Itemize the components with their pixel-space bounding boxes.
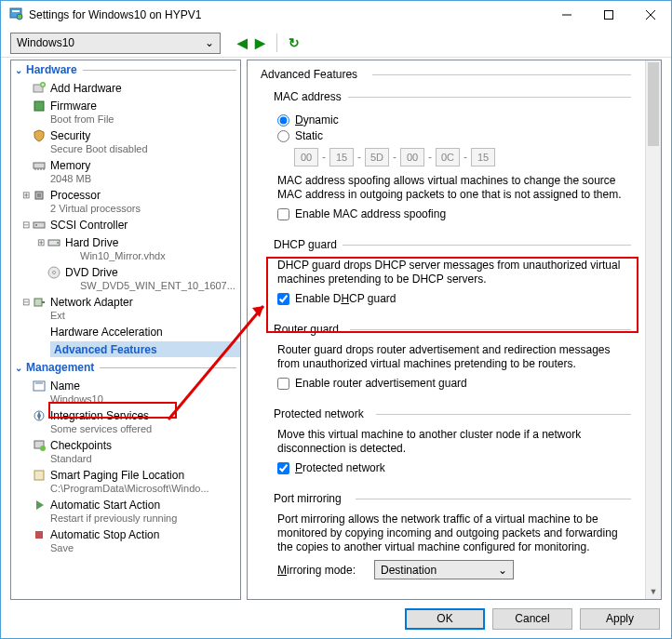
tree-hardware-acceleration[interactable]: Hardware Acceleration <box>11 323 240 340</box>
svg-rect-4 <box>604 11 612 20</box>
svg-rect-18 <box>37 193 41 197</box>
vm-select-value: Windows10 <box>17 36 74 49</box>
tree-scsi-controller[interactable]: ⊟SCSI Controller <box>11 216 240 233</box>
scsi-icon <box>32 218 47 233</box>
dialog-footer: OK Cancel Apply <box>1 602 671 635</box>
hard-drive-icon <box>47 235 61 250</box>
tree-add-hardware[interactable]: Add Hardware <box>11 79 240 97</box>
tree-security[interactable]: Security Secure Boot disabled <box>11 126 240 156</box>
scroll-down-icon[interactable]: ▼ <box>646 583 661 599</box>
network-adapter-icon <box>32 295 47 310</box>
separator <box>276 33 277 52</box>
checkbox-dhcp-guard[interactable]: Enable DHCP guard <box>277 292 631 305</box>
vm-select[interactable]: Windows10 ⌄ <box>10 33 221 54</box>
mac-desc: MAC address spoofing allows virtual mach… <box>277 174 631 202</box>
tree-network-adapter[interactable]: ⊟Network Adapter Ext <box>11 293 240 323</box>
tree-name[interactable]: Name Windows10 <box>11 377 240 406</box>
toolbar: Windows10 ⌄ ◀ ▶ ↻ <box>1 29 671 57</box>
checkbox-router-guard[interactable]: Enable router advertisement guard <box>277 377 631 390</box>
ok-button[interactable]: OK <box>405 608 485 630</box>
tree-checkpoints[interactable]: Checkpoints Standard <box>11 436 240 466</box>
mac-cell[interactable]: 5D <box>365 148 389 166</box>
mac-cell[interactable]: 15 <box>471 148 495 166</box>
group-mac-title: MAC address <box>274 90 631 103</box>
firmware-icon <box>32 99 47 113</box>
chevron-down-icon: ⌄ <box>205 36 214 49</box>
tree-auto-stop[interactable]: Automatic Stop Action Save <box>11 526 240 555</box>
dhcp-desc: DHCP guard drops DHCP server messages fr… <box>277 259 631 286</box>
svg-rect-25 <box>34 299 42 306</box>
mac-cell[interactable]: 00 <box>400 148 424 166</box>
add-hardware-icon <box>32 81 47 96</box>
svg-rect-26 <box>42 301 45 303</box>
group-mirror-title: Port mirroring <box>274 492 631 505</box>
svg-rect-1 <box>12 10 20 12</box>
svg-marker-33 <box>36 500 44 510</box>
refresh-button[interactable]: ↻ <box>289 35 300 50</box>
svg-rect-19 <box>34 222 45 228</box>
close-button[interactable] <box>629 2 671 29</box>
maximize-button[interactable] <box>587 2 629 29</box>
router-desc: Router guard drops router advertisement … <box>277 343 631 371</box>
mac-cell[interactable]: 0C <box>436 148 460 166</box>
name-icon <box>32 379 47 393</box>
tree-dvd-drive[interactable]: DVD Drive SW_DVD5_WIN_ENT_10_1607... <box>11 263 240 293</box>
settings-tree[interactable]: ⌄Hardware Add Hardware Firmware Boot fro… <box>10 60 241 600</box>
nav-forward-button[interactable]: ▶ <box>255 35 265 50</box>
mirror-mode-select[interactable]: Destination ⌄ <box>374 560 514 579</box>
mac-cell[interactable]: 15 <box>329 148 354 166</box>
mirror-desc: Port mirroring allows the network traffi… <box>277 513 631 554</box>
shield-icon <box>32 128 47 143</box>
auto-stop-icon <box>32 527 47 542</box>
svg-rect-12 <box>34 163 45 168</box>
svg-rect-34 <box>35 531 43 539</box>
group-router-title: Router guard <box>274 323 631 336</box>
mac-address-fields: 00- 15- 5D- 00- 0C- 15 <box>294 148 631 166</box>
titlebar: Settings for Windows10 on HYPV1 <box>1 1 671 29</box>
group-dhcp-title: DHCP guard <box>274 238 631 251</box>
radio-dynamic[interactable]: Dynamic <box>277 113 631 126</box>
tree-integration-services[interactable]: Integration Services Some services offer… <box>11 406 240 436</box>
tree-advanced-features[interactable]: Advanced Features <box>11 340 240 358</box>
integration-icon <box>32 408 47 423</box>
checkpoint-icon <box>32 438 47 453</box>
tree-processor[interactable]: ⊞Processor 2 Virtual processors <box>11 186 240 216</box>
processor-icon <box>32 188 47 203</box>
minimize-button[interactable] <box>545 2 587 29</box>
svg-point-2 <box>17 14 22 20</box>
svg-rect-11 <box>34 101 44 111</box>
svg-point-31 <box>40 446 46 451</box>
tree-memory[interactable]: Memory 2048 MB <box>11 156 240 186</box>
memory-icon <box>32 158 47 173</box>
group-protected-title: Protected network <box>274 407 631 420</box>
cancel-button[interactable]: Cancel <box>492 608 572 630</box>
svg-point-24 <box>53 271 56 273</box>
checkbox-protected-network[interactable]: Protected network <box>277 461 631 474</box>
tree-firmware[interactable]: Firmware Boot from File <box>11 97 240 126</box>
window-title: Settings for Windows10 on HYPV1 <box>29 8 545 21</box>
checkbox-mac-spoofing[interactable]: Enable MAC address spoofing <box>277 207 631 220</box>
mirror-mode-label: Mirroring mode: <box>277 564 356 577</box>
panel-title: Advanced Features <box>261 68 631 81</box>
scroll-thumb[interactable] <box>648 62 659 146</box>
dvd-icon <box>47 265 61 280</box>
svg-point-20 <box>35 224 37 226</box>
category-hardware[interactable]: ⌄Hardware <box>11 60 240 79</box>
paging-icon <box>32 468 47 483</box>
apply-button[interactable]: Apply <box>580 608 660 630</box>
tree-hard-drive[interactable]: ⊞Hard Drive Win10_Mirror.vhdx <box>11 233 240 263</box>
tree-auto-start[interactable]: Automatic Start Action Restart if previo… <box>11 496 240 526</box>
auto-start-icon <box>32 498 47 513</box>
svg-point-22 <box>57 242 59 244</box>
app-icon <box>8 7 23 24</box>
chevron-down-icon: ⌄ <box>498 564 507 577</box>
details-panel: Advanced Features MAC address Dynamic St… <box>247 60 662 600</box>
scrollbar[interactable]: ▲ ▼ <box>645 60 661 599</box>
category-management[interactable]: ⌄Management <box>11 358 240 377</box>
mac-cell[interactable]: 00 <box>294 148 318 166</box>
pnet-desc: Move this virtual machine to another clu… <box>277 428 631 456</box>
tree-smart-paging[interactable]: Smart Paging File Location C:\ProgramDat… <box>11 466 240 496</box>
nav-back-button[interactable]: ◀ <box>237 35 248 50</box>
radio-static[interactable]: Static <box>277 129 631 142</box>
svg-rect-32 <box>34 471 44 480</box>
